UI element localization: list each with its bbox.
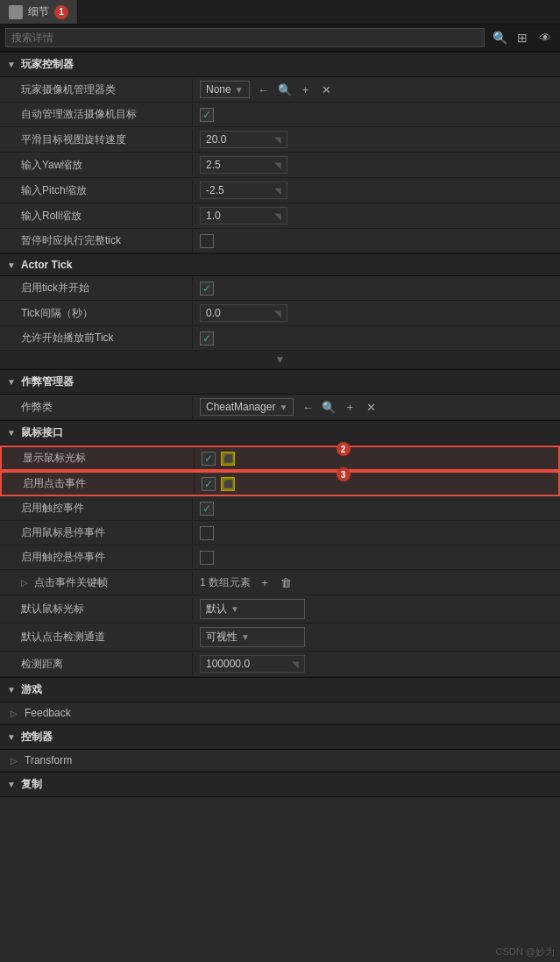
prop-label: 平滑目标视图旋转速度 bbox=[0, 129, 193, 151]
prop-label: 默认鼠标光标 bbox=[0, 598, 193, 620]
add-action[interactable]: + bbox=[297, 81, 315, 98]
prop-label: Tick间隔（秒） bbox=[0, 303, 193, 324]
section-collapse-arrow: ▼ bbox=[7, 780, 16, 789]
prop-value: 1.0 ◥ bbox=[193, 203, 560, 228]
clear-action[interactable]: ✕ bbox=[318, 81, 336, 98]
smooth-rotation-value: 20.0 bbox=[206, 133, 226, 146]
prop-pause-tick: 暂停时应执行完整tick bbox=[0, 229, 560, 253]
prop-enable-click: 启用点击事件 ⬛ 3 bbox=[0, 471, 560, 496]
drag-icon: ◥ bbox=[274, 309, 281, 318]
prop-label: 自动管理激活摄像机目标 bbox=[0, 103, 193, 125]
search-input[interactable] bbox=[5, 28, 485, 47]
detail-tab[interactable]: 细节 1 bbox=[0, 0, 78, 24]
cheat-class-dropdown[interactable]: CheatManager ▼ bbox=[200, 398, 294, 416]
expand-arrow-icon: ▷ bbox=[21, 578, 28, 588]
eye-icon[interactable]: 👁 bbox=[535, 28, 555, 47]
transform-item[interactable]: ▷ Transform bbox=[0, 750, 560, 772]
prop-label: 输入Roll缩放 bbox=[0, 205, 193, 227]
detect-distance-value: 100000.0 bbox=[206, 658, 250, 670]
detect-distance-field[interactable]: 100000.0 ◥ bbox=[200, 655, 305, 673]
dropdown-arrow: ▼ bbox=[279, 403, 287, 412]
section-player-controller[interactable]: ▼ 玩家控制器 bbox=[0, 52, 560, 77]
default-cursor-dropdown[interactable]: 默认 ▼ bbox=[200, 599, 305, 619]
prop-value: -2.5 ◥ bbox=[193, 178, 560, 203]
dropdown-arrow: ▼ bbox=[230, 604, 239, 614]
pitch-scale-field[interactable]: -2.5 ◥ bbox=[200, 182, 287, 199]
prop-label: ▷ 点击事件关键帧 bbox=[0, 572, 193, 594]
prop-label: 启用触控事件 bbox=[0, 497, 193, 519]
enable-mouse-hover-checkbox[interactable] bbox=[200, 526, 214, 540]
tick-interval-field[interactable]: 0.0 ◥ bbox=[200, 304, 287, 322]
prop-enable-mouse-hover: 启用鼠标悬停事件 bbox=[0, 521, 560, 545]
section-replication-title: 复制 bbox=[21, 777, 42, 792]
search-action[interactable]: 🔍 bbox=[276, 81, 294, 98]
prop-value: 1 数组元素 + 🗑 bbox=[193, 570, 560, 595]
prop-show-cursor: 显示鼠标光标 ⬛ 2 bbox=[0, 445, 560, 471]
delete-element-btn[interactable]: 🗑 bbox=[277, 574, 294, 591]
search-action[interactable]: 🔍 bbox=[320, 398, 337, 416]
section-game[interactable]: ▼ 游戏 bbox=[0, 677, 560, 702]
back-action[interactable]: ← bbox=[299, 398, 316, 416]
prop-label: 输入Pitch缩放 bbox=[0, 180, 193, 202]
cheat-class-actions: ← 🔍 + ✕ bbox=[299, 398, 379, 416]
enable-click-checkbox[interactable] bbox=[202, 477, 216, 491]
prop-click-keyframe: ▷ 点击事件关键帧 1 数组元素 + 🗑 bbox=[0, 570, 560, 595]
prop-label: 允许开始播放前Tick bbox=[0, 327, 193, 349]
clear-action[interactable]: ✕ bbox=[362, 398, 379, 416]
prop-value bbox=[193, 523, 560, 544]
add-action[interactable]: + bbox=[341, 398, 358, 416]
drag-icon: ◥ bbox=[274, 135, 281, 145]
smooth-rotation-field[interactable]: 20.0 ◥ bbox=[200, 131, 287, 148]
show-cursor-checkbox[interactable] bbox=[202, 452, 216, 466]
prop-label: 启用触控悬停事件 bbox=[0, 546, 193, 568]
prop-value: 100000.0 ◥ bbox=[193, 652, 560, 676]
prop-allow-pretick: 允许开始播放前Tick bbox=[0, 326, 560, 351]
section-collapse-arrow: ▼ bbox=[7, 60, 16, 69]
roll-scale-field[interactable]: 1.0 ◥ bbox=[200, 207, 287, 224]
section-actor-tick[interactable]: ▼ Actor Tick bbox=[0, 253, 560, 276]
prop-value bbox=[193, 104, 560, 125]
prop-tick-interval: Tick间隔（秒） 0.0 ◥ bbox=[0, 301, 560, 326]
enable-tick-checkbox[interactable] bbox=[200, 281, 214, 296]
add-element-btn[interactable]: + bbox=[256, 574, 273, 591]
prop-label: 启用点击事件 bbox=[2, 473, 195, 495]
prop-default-click-channel: 默认点击检测通道 可视性 ▼ bbox=[0, 624, 560, 652]
search-icon[interactable]: 🔍 bbox=[490, 28, 509, 47]
prop-cheat-class: 作弊类 CheatManager ▼ ← 🔍 + ✕ bbox=[0, 395, 560, 420]
pause-tick-checkbox[interactable] bbox=[200, 234, 214, 248]
section-collapse-arrow: ▼ bbox=[7, 377, 16, 387]
prop-value bbox=[193, 278, 560, 299]
prop-enable-touch-hover: 启用触控悬停事件 bbox=[0, 545, 560, 570]
section-controller[interactable]: ▼ 控制器 bbox=[0, 724, 560, 750]
section-cheat-manager[interactable]: ▼ 作弊管理器 bbox=[0, 369, 560, 395]
click-channel-value: 可视性 bbox=[206, 630, 237, 645]
grid-icon[interactable]: ⊞ bbox=[513, 28, 532, 47]
auto-manage-camera-checkbox[interactable] bbox=[200, 108, 214, 122]
camera-class-value: None bbox=[206, 83, 231, 96]
prop-enable-tick: 启用tick并开始 bbox=[0, 276, 560, 301]
feedback-item[interactable]: ▷ Feedback bbox=[0, 702, 560, 724]
prop-value: 0.0 ◥ bbox=[193, 301, 560, 325]
yaw-scale-field[interactable]: 2.5 ◥ bbox=[200, 156, 287, 174]
prop-value: CheatManager ▼ ← 🔍 + ✕ bbox=[193, 395, 560, 419]
enable-touch-hover-checkbox[interactable] bbox=[200, 551, 214, 565]
section-replication[interactable]: ▼ 复制 bbox=[0, 772, 560, 797]
click-channel-dropdown[interactable]: 可视性 ▼ bbox=[200, 627, 305, 647]
prop-pitch-scale: 输入Pitch缩放 -2.5 ◥ bbox=[0, 178, 560, 203]
prop-camera-manager-class: 玩家摄像机管理器类 None ▼ ← 🔍 + ✕ bbox=[0, 77, 560, 103]
prop-value bbox=[193, 498, 560, 519]
camera-class-actions: ← 🔍 + ✕ bbox=[255, 81, 336, 98]
drag-icon: ◥ bbox=[292, 659, 299, 669]
expand-arrow-icon: ▷ bbox=[11, 756, 18, 766]
drag-icon: ◥ bbox=[274, 186, 281, 196]
prop-value: ⬛ 2 bbox=[195, 448, 558, 469]
camera-class-dropdown[interactable]: None ▼ bbox=[200, 81, 250, 98]
back-action[interactable]: ← bbox=[255, 81, 273, 98]
section-actor-tick-title: Actor Tick bbox=[21, 259, 72, 271]
enable-touch-checkbox[interactable] bbox=[200, 502, 214, 516]
default-cursor-value: 默认 bbox=[206, 602, 227, 616]
section-mouse-interface[interactable]: ▼ 鼠标接口 bbox=[0, 420, 560, 445]
tab-badge: 1 bbox=[54, 5, 68, 19]
allow-pretick-checkbox[interactable] bbox=[200, 331, 214, 346]
section-collapse-arrow: ▼ bbox=[7, 428, 16, 438]
